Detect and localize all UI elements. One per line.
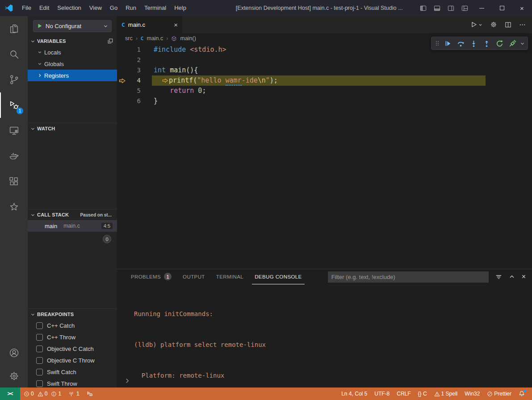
stack-frame-file: main.c bbox=[63, 223, 80, 229]
toggle-panel-icon[interactable] bbox=[430, 0, 444, 16]
checkbox[interactable] bbox=[36, 357, 43, 364]
more-actions-icon[interactable] bbox=[519, 21, 526, 28]
run-file-icon[interactable] bbox=[470, 21, 482, 28]
continue-button[interactable] bbox=[441, 38, 454, 49]
accounts-button[interactable] bbox=[0, 341, 28, 364]
variables-item-registers[interactable]: Registers bbox=[28, 70, 117, 81]
forwarded-ports-status[interactable]: 1 bbox=[65, 388, 83, 400]
explorer-icon bbox=[8, 23, 20, 34]
sidebar-item-search[interactable] bbox=[0, 42, 28, 67]
chevron-down-icon[interactable] bbox=[519, 41, 526, 46]
menu-help[interactable]: Help bbox=[170, 0, 190, 16]
problems-status[interactable]: 0 0 1 bbox=[20, 388, 65, 400]
variables-section-header[interactable]: VARIABLES bbox=[28, 36, 117, 46]
breakpoint-objc-catch[interactable]: Objective C Catch bbox=[28, 343, 117, 354]
checkbox[interactable] bbox=[36, 369, 43, 375]
menu-view[interactable]: View bbox=[85, 0, 106, 16]
restart-button[interactable] bbox=[493, 38, 506, 49]
minimize-button[interactable] bbox=[472, 0, 492, 16]
sidebar-item-remote-explorer[interactable] bbox=[0, 118, 28, 143]
close-window-button[interactable]: × bbox=[512, 0, 532, 16]
variables-item-globals[interactable]: Globals bbox=[28, 58, 117, 70]
checkbox[interactable] bbox=[36, 322, 43, 329]
step-over-button[interactable] bbox=[454, 38, 467, 49]
gear-icon[interactable] bbox=[490, 21, 497, 28]
window-title: [Extension Development Host] main.c - te… bbox=[236, 5, 403, 11]
variables-item-locals[interactable]: Locals bbox=[28, 46, 117, 58]
breakpoint-swift-throw[interactable]: Swift Throw bbox=[28, 378, 117, 388]
step-into-button[interactable] bbox=[467, 38, 480, 49]
breakpoint-objc-throw[interactable]: Objective C Throw bbox=[28, 354, 117, 366]
menu-edit[interactable]: Edit bbox=[35, 0, 53, 16]
breakpoint-swift-catch[interactable]: Swift Catch bbox=[28, 366, 117, 378]
tab-problems[interactable]: PROBLEMS 1 bbox=[128, 269, 174, 284]
sidebar-item-explorer[interactable] bbox=[0, 16, 28, 42]
maximize-panel-icon[interactable] bbox=[509, 274, 515, 280]
console-filter-input[interactable] bbox=[328, 271, 489, 283]
menu-run[interactable]: Run bbox=[121, 0, 140, 16]
breadcrumb-symbol[interactable]: main() bbox=[180, 35, 196, 42]
checkbox[interactable] bbox=[36, 380, 43, 387]
code-token: int bbox=[154, 66, 170, 74]
debug-status-button[interactable] bbox=[83, 388, 96, 400]
tab-terminal[interactable]: TERMINAL bbox=[214, 269, 246, 284]
warning-icon bbox=[38, 391, 43, 397]
code-editor[interactable]: 1 #include <stdio.h> 2 3 int main(){ 4 p… bbox=[117, 44, 532, 269]
current-line-arrow-icon[interactable] bbox=[119, 78, 126, 83]
collapse-all-icon[interactable] bbox=[107, 38, 113, 44]
menu-selection[interactable]: Selection bbox=[53, 0, 85, 16]
code-line: 2 bbox=[117, 55, 532, 65]
code-line-current: 4 printf("hello wamr-ide\n"); bbox=[117, 75, 532, 86]
sidebar-item-docker[interactable] bbox=[0, 143, 28, 169]
variables-section: VARIABLES Locals Globals Registers bbox=[28, 36, 117, 123]
tab-debug-console[interactable]: DEBUG CONSOLE bbox=[252, 269, 305, 284]
tab-main-c[interactable]: C main.c × bbox=[117, 16, 182, 33]
breakpoints-section-title: BREAKPOINTS bbox=[37, 312, 74, 317]
step-out-button[interactable] bbox=[480, 38, 493, 49]
drag-grip-icon[interactable] bbox=[433, 38, 441, 49]
settings-button[interactable] bbox=[0, 364, 28, 388]
debug-sidebar: No Configurat VARIABLES Locals Globals R… bbox=[28, 16, 117, 388]
checkbox[interactable] bbox=[36, 334, 43, 341]
maximize-button[interactable] bbox=[492, 0, 512, 16]
disconnect-button[interactable] bbox=[506, 38, 519, 49]
tab-output[interactable]: OUTPUT bbox=[180, 269, 208, 284]
stack-frame-row[interactable]: main main.c 4:5 bbox=[28, 220, 117, 232]
watch-section-header[interactable]: WATCH bbox=[28, 123, 117, 134]
console-line: (lldb) platform select remote-linux bbox=[134, 340, 532, 350]
breadcrumb-file[interactable]: main.c bbox=[147, 35, 163, 42]
toggle-sidebar-icon[interactable] bbox=[416, 0, 430, 16]
split-editor-icon[interactable] bbox=[505, 21, 511, 28]
code-line: 3 int main(){ bbox=[117, 65, 532, 75]
toggle-secondary-sidebar-icon[interactable] bbox=[444, 0, 458, 16]
breakpoints-section-header[interactable]: BREAKPOINTS bbox=[28, 309, 117, 320]
close-tab-icon[interactable]: × bbox=[174, 21, 178, 28]
sidebar-item-favorites[interactable] bbox=[0, 194, 28, 220]
breakpoint-cpp-catch[interactable]: C++ Catch bbox=[28, 320, 117, 331]
sidebar-item-run-and-debug[interactable]: 1 bbox=[0, 92, 28, 118]
debug-console-output[interactable]: Running initCommands: (lldb) platform se… bbox=[117, 284, 532, 400]
customize-layout-icon[interactable] bbox=[458, 0, 472, 16]
radio-tower-icon bbox=[68, 391, 74, 397]
symbol-method-icon bbox=[171, 36, 177, 42]
panel-header: PROBLEMS 1 OUTPUT TERMINAL DEBUG CONSOLE… bbox=[117, 269, 532, 284]
close-panel-icon[interactable]: × bbox=[522, 273, 526, 280]
info-count: 1 bbox=[58, 391, 61, 397]
checkbox[interactable] bbox=[36, 346, 43, 352]
start-debugging-icon[interactable] bbox=[37, 23, 43, 29]
code-token: " bbox=[266, 76, 270, 84]
variables-section-title: VARIABLES bbox=[37, 38, 66, 44]
sidebar-item-extensions[interactable] bbox=[0, 169, 28, 194]
menu-terminal[interactable]: Terminal bbox=[140, 0, 170, 16]
console-input-chevron-icon[interactable] bbox=[124, 378, 130, 384]
filter-lines-icon[interactable] bbox=[495, 274, 502, 280]
sidebar-item-source-control[interactable] bbox=[0, 67, 28, 92]
breakpoint-cpp-throw[interactable]: C++ Throw bbox=[28, 331, 117, 343]
menu-go[interactable]: Go bbox=[106, 0, 121, 16]
menu-file[interactable]: File bbox=[18, 0, 35, 16]
breadcrumb-folder[interactable]: src bbox=[125, 35, 133, 42]
call-stack-section-header[interactable]: CALL STACK Paused on st... bbox=[28, 209, 117, 220]
menu-bar: File Edit Selection View Go Run Terminal… bbox=[18, 0, 190, 16]
debug-configuration-dropdown[interactable]: No Configurat bbox=[33, 20, 112, 32]
remote-indicator[interactable]: >< bbox=[0, 388, 20, 400]
